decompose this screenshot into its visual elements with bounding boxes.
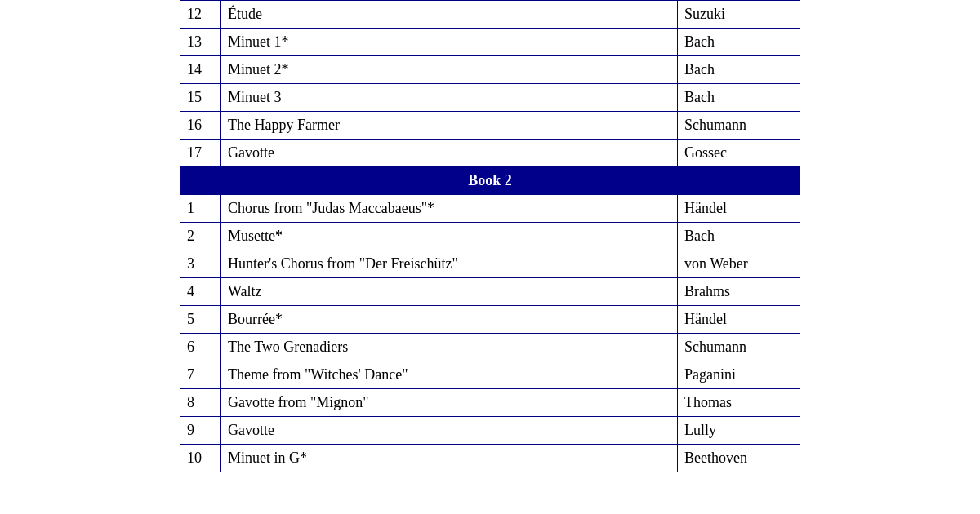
row-composer: Thomas <box>678 389 800 417</box>
row-title: Bourrée* <box>220 306 677 334</box>
row-title: Waltz <box>220 278 677 306</box>
row-number: 12 <box>180 1 221 29</box>
table-row: 1 Chorus from "Judas Maccabaeus"* Händel <box>180 195 800 223</box>
row-number: 8 <box>180 389 221 417</box>
section-header: Book 2 <box>180 167 800 195</box>
row-title: Chorus from "Judas Maccabaeus"* <box>220 195 677 223</box>
table-row: 4 Waltz Brahms <box>180 278 800 306</box>
row-number: 7 <box>180 361 221 389</box>
table-row: 6 The Two Grenadiers Schumann <box>180 334 800 361</box>
row-title: Gavotte from "Mignon" <box>220 389 677 417</box>
table-row: 7 Theme from "Witches' Dance" Paganini <box>180 361 800 389</box>
row-title: Musette* <box>220 223 677 250</box>
row-number: 13 <box>180 29 221 56</box>
table-row: 17 Gavotte Gossec <box>180 140 800 167</box>
table-row: 5 Bourrée* Händel <box>180 306 800 334</box>
row-composer: Händel <box>678 195 800 223</box>
row-number: 9 <box>180 417 221 445</box>
row-number: 14 <box>180 56 221 84</box>
row-title: Theme from "Witches' Dance" <box>220 361 677 389</box>
table-row: 12 Étude Suzuki <box>180 1 800 29</box>
table-row: 13 Minuet 1* Bach <box>180 29 800 56</box>
section-header-label: Book 2 <box>180 167 800 195</box>
row-composer: Bach <box>678 84 800 112</box>
row-number: 1 <box>180 195 221 223</box>
row-composer: Beethoven <box>678 445 800 472</box>
row-composer: Suzuki <box>678 1 800 29</box>
music-table: 12 Étude Suzuki 13 Minuet 1* Bach 14 Min… <box>180 0 800 472</box>
row-composer: von Weber <box>678 250 800 278</box>
row-title: Gavotte <box>220 140 677 167</box>
row-title: Minuet 1* <box>220 29 677 56</box>
row-title: Minuet 2* <box>220 56 677 84</box>
row-composer: Bach <box>678 56 800 84</box>
table-row: 14 Minuet 2* Bach <box>180 56 800 84</box>
row-composer: Bach <box>678 29 800 56</box>
table-row: 10 Minuet in G* Beethoven <box>180 445 800 472</box>
row-number: 3 <box>180 250 221 278</box>
row-title: Étude <box>220 1 677 29</box>
row-composer: Bach <box>678 223 800 250</box>
row-number: 10 <box>180 445 221 472</box>
row-composer: Brahms <box>678 278 800 306</box>
row-composer: Schumann <box>678 334 800 361</box>
row-composer: Gossec <box>678 140 800 167</box>
row-composer: Schumann <box>678 112 800 140</box>
table-row: 16 The Happy Farmer Schumann <box>180 112 800 140</box>
row-number: 2 <box>180 223 221 250</box>
row-number: 4 <box>180 278 221 306</box>
row-title: Minuet 3 <box>220 84 677 112</box>
table-row: 9 Gavotte Lully <box>180 417 800 445</box>
row-number: 16 <box>180 112 221 140</box>
row-number: 17 <box>180 140 221 167</box>
row-title: Hunter's Chorus from "Der Freischütz" <box>220 250 677 278</box>
row-number: 15 <box>180 84 221 112</box>
row-composer: Händel <box>678 306 800 334</box>
table-row: 15 Minuet 3 Bach <box>180 84 800 112</box>
row-title: The Two Grenadiers <box>220 334 677 361</box>
row-title: The Happy Farmer <box>220 112 677 140</box>
row-number: 5 <box>180 306 221 334</box>
row-title: Gavotte <box>220 417 677 445</box>
row-composer: Paganini <box>678 361 800 389</box>
row-number: 6 <box>180 334 221 361</box>
row-composer: Lully <box>678 417 800 445</box>
table-row: 3 Hunter's Chorus from "Der Freischütz" … <box>180 250 800 278</box>
row-title: Minuet in G* <box>220 445 677 472</box>
table-row: 8 Gavotte from "Mignon" Thomas <box>180 389 800 417</box>
table-row: 2 Musette* Bach <box>180 223 800 250</box>
